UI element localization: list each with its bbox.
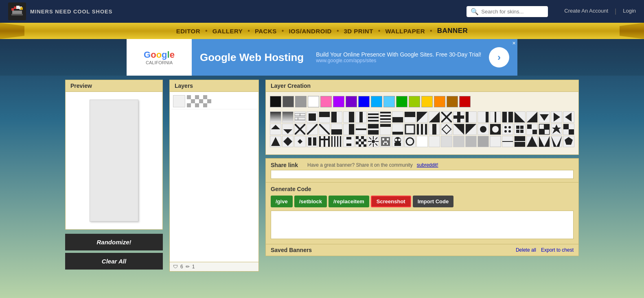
- pattern-cell[interactable]: [355, 124, 367, 135]
- color-swatch[interactable]: [396, 96, 407, 107]
- pattern-cell[interactable]: [526, 111, 538, 123]
- color-swatch[interactable]: [283, 96, 294, 107]
- pattern-cell[interactable]: [539, 136, 550, 147]
- pattern-cell[interactable]: [478, 124, 489, 135]
- pattern-cell[interactable]: [465, 124, 477, 135]
- pattern-cell[interactable]: [270, 111, 281, 123]
- pattern-cell[interactable]: [551, 136, 562, 147]
- nav-editor[interactable]: EDITOR: [171, 28, 205, 35]
- create-account-link[interactable]: Create An Account: [564, 8, 608, 15]
- pattern-cell[interactable]: [539, 111, 550, 123]
- layers-content[interactable]: [169, 91, 259, 262]
- give-button[interactable]: /give: [271, 196, 293, 207]
- pattern-cell[interactable]: [294, 111, 306, 123]
- pattern-cell[interactable]: [441, 124, 452, 135]
- pattern-cell[interactable]: [282, 111, 294, 123]
- pattern-cell[interactable]: [294, 136, 306, 147]
- pattern-cell[interactable]: [392, 136, 403, 147]
- pattern-cell[interactable]: [453, 124, 464, 135]
- pattern-cell[interactable]: [343, 136, 355, 147]
- nav-ios-android[interactable]: IOS/ANDROID: [284, 28, 337, 35]
- pattern-cell[interactable]: [380, 136, 391, 147]
- pattern-cell[interactable]: [355, 136, 367, 147]
- replaceitem-button[interactable]: /replaceitem: [329, 196, 369, 207]
- search-input[interactable]: [481, 9, 544, 15]
- color-swatch[interactable]: [459, 96, 471, 107]
- pattern-cell[interactable]: [404, 111, 416, 123]
- pattern-cell[interactable]: [514, 124, 526, 135]
- clear-all-button[interactable]: Clear All: [65, 253, 163, 270]
- layer-item[interactable]: [171, 94, 257, 109]
- pattern-cell[interactable]: [465, 136, 477, 147]
- pattern-cell[interactable]: [307, 136, 318, 147]
- pattern-cell[interactable]: [563, 111, 574, 123]
- pattern-cell[interactable]: [343, 124, 355, 135]
- pattern-cell[interactable]: [380, 124, 391, 135]
- share-url-input[interactable]: [271, 170, 574, 179]
- pattern-cell[interactable]: [368, 111, 379, 123]
- pattern-cell[interactable]: [282, 124, 294, 135]
- pattern-cell[interactable]: [404, 136, 416, 147]
- pattern-cell[interactable]: [502, 111, 513, 123]
- code-textarea[interactable]: [271, 211, 574, 239]
- pattern-cell[interactable]: [429, 111, 440, 123]
- login-link[interactable]: Login: [623, 8, 636, 15]
- pattern-cell[interactable]: [368, 136, 379, 147]
- pattern-cell[interactable]: [380, 111, 391, 123]
- pattern-cell[interactable]: [526, 136, 538, 147]
- pattern-cell[interactable]: [465, 111, 477, 123]
- pattern-cell[interactable]: [368, 124, 379, 135]
- pattern-cell[interactable]: [441, 111, 452, 123]
- pattern-cell[interactable]: [539, 124, 550, 135]
- ad-close[interactable]: ✕: [512, 41, 516, 46]
- pattern-cell[interactable]: [490, 111, 501, 123]
- pattern-cell[interactable]: [331, 136, 342, 147]
- import-code-button[interactable]: Import Code: [413, 196, 454, 207]
- pattern-cell[interactable]: [514, 136, 526, 147]
- color-swatch[interactable]: [383, 96, 395, 107]
- pattern-cell[interactable]: [392, 111, 403, 123]
- color-swatch[interactable]: [434, 96, 445, 107]
- setblock-button[interactable]: /setblock: [294, 196, 327, 207]
- pattern-cell[interactable]: [307, 111, 318, 123]
- pattern-cell[interactable]: [307, 124, 318, 135]
- pattern-cell[interactable]: [355, 111, 367, 123]
- color-swatch[interactable]: [270, 96, 281, 107]
- pattern-cell[interactable]: [551, 111, 562, 123]
- pattern-cell[interactable]: [331, 124, 342, 135]
- ad-cta-button[interactable]: ›: [489, 47, 509, 67]
- pattern-cell[interactable]: [490, 124, 501, 135]
- pattern-cell[interactable]: [404, 124, 416, 135]
- pattern-cell[interactable]: [490, 136, 501, 147]
- pattern-cell[interactable]: [416, 124, 428, 135]
- pattern-cell[interactable]: [429, 124, 440, 135]
- export-to-chest-link[interactable]: Export to chest: [541, 247, 574, 253]
- pattern-cell[interactable]: [294, 124, 306, 135]
- pattern-cell[interactable]: [331, 111, 342, 123]
- pattern-cell[interactable]: [429, 136, 440, 147]
- color-swatch[interactable]: [358, 96, 370, 107]
- pattern-cell[interactable]: [478, 136, 489, 147]
- pattern-cell[interactable]: [478, 111, 489, 123]
- pattern-cell[interactable]: [453, 136, 464, 147]
- pattern-cell[interactable]: [319, 111, 330, 123]
- pattern-cell[interactable]: [441, 136, 452, 147]
- color-swatch[interactable]: [295, 96, 307, 107]
- color-swatch[interactable]: [346, 96, 357, 107]
- subreddit-link[interactable]: subreddit!: [417, 162, 438, 168]
- pattern-cell[interactable]: [282, 136, 294, 147]
- nav-gallery[interactable]: GALLERY: [208, 28, 248, 35]
- pattern-cell[interactable]: [563, 124, 574, 135]
- pattern-cell[interactable]: [514, 111, 526, 123]
- pattern-cell[interactable]: [319, 124, 330, 135]
- color-swatch[interactable]: [409, 96, 420, 107]
- nav-packs[interactable]: PACKS: [250, 28, 282, 35]
- randomize-button[interactable]: Randomize!: [65, 234, 163, 250]
- pattern-cell[interactable]: [319, 136, 330, 147]
- pattern-cell[interactable]: [343, 111, 355, 123]
- delete-all-link[interactable]: Delete all: [516, 247, 536, 253]
- color-swatch[interactable]: [421, 96, 433, 107]
- screenshot-button[interactable]: Screenshot: [371, 196, 411, 207]
- pattern-cell[interactable]: [502, 136, 513, 147]
- pattern-cell[interactable]: [453, 111, 464, 123]
